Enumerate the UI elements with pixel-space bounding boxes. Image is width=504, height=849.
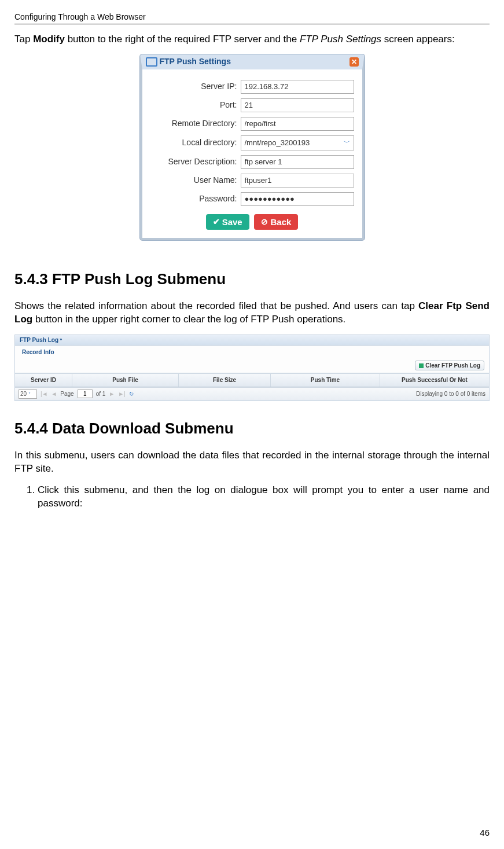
next-page-icon[interactable]: ► xyxy=(109,390,115,398)
ftp-dialog-figure: FTP Push Settings ✕ Server IP: Port: Rem… xyxy=(14,54,490,240)
col-push-file: Push File xyxy=(72,374,179,387)
chevron-down-icon: ˅ xyxy=(28,392,31,397)
ftp-push-log-panel: FTP Push Log » Record Info Clear FTP Pus… xyxy=(14,335,490,401)
back-label: Back xyxy=(270,217,291,227)
of-label: of 1 xyxy=(96,390,106,398)
server-desc-input[interactable] xyxy=(241,155,354,169)
s543-pre: Shows the related information about the … xyxy=(14,300,418,311)
intro-pre: Tap xyxy=(14,34,33,45)
col-push-success: Push Successful Or Not xyxy=(380,374,489,387)
page-size-value: 20 xyxy=(20,391,27,397)
intro-paragraph: Tap Modify button to the right of the re… xyxy=(14,33,490,46)
label-remote-dir: Remote Directory: xyxy=(150,118,241,129)
last-page-icon[interactable]: ►| xyxy=(118,390,126,398)
chevron-right-icon: » xyxy=(60,337,62,343)
close-icon[interactable]: ✕ xyxy=(350,57,359,67)
back-button[interactable]: ⊘ Back xyxy=(254,214,298,230)
label-local-dir: Local directory: xyxy=(150,137,241,148)
record-info-heading: Record Info xyxy=(15,346,489,359)
local-dir-select[interactable]: /mnt/repo_3200193 ﹀ xyxy=(241,135,354,150)
label-port: Port: xyxy=(150,100,241,111)
save-button[interactable]: ✔ Save xyxy=(206,214,249,230)
s543-post: button in the upper right corner to clea… xyxy=(32,314,345,325)
prev-page-icon[interactable]: ◄ xyxy=(51,390,57,398)
clear-icon xyxy=(419,363,424,368)
section-544-list: Click this submenu, and then the log on … xyxy=(32,484,490,510)
save-label: Save xyxy=(222,217,242,227)
pager-status: Displaying 0 to 0 of 0 items xyxy=(416,390,485,398)
col-server-id: Server ID xyxy=(15,374,72,387)
page-label: Page xyxy=(60,390,73,398)
clear-btn-label: Clear FTP Push Log xyxy=(425,362,480,370)
chevron-down-icon: ﹀ xyxy=(344,138,350,147)
log-grid-header: Server ID Push File File Size Push Time … xyxy=(15,373,489,387)
log-tab[interactable]: FTP Push Log » xyxy=(15,335,489,346)
label-server-desc: Server Description: xyxy=(150,156,241,167)
remote-dir-input[interactable] xyxy=(241,117,354,131)
header-left: Configuring Through a Web Browser xyxy=(14,12,146,23)
section-543-heading: 5.4.3 FTP Push Log Submenu xyxy=(14,269,490,289)
check-icon: ✔ xyxy=(213,217,220,226)
local-dir-value: /mnt/repo_3200193 xyxy=(245,138,310,148)
ftp-push-settings-dialog: FTP Push Settings ✕ Server IP: Port: Rem… xyxy=(140,54,365,240)
cancel-icon: ⊘ xyxy=(261,217,268,226)
label-user-name: User Name: xyxy=(150,175,241,186)
col-push-time: Push Time xyxy=(271,374,380,387)
header-rule xyxy=(14,24,490,24)
label-password: Password: xyxy=(150,193,241,204)
refresh-icon[interactable]: ↻ xyxy=(129,390,134,398)
section-544-heading: 5.4.4 Data Download Submenu xyxy=(14,418,490,439)
list-item-1: Click this submenu, and then the log on … xyxy=(38,484,490,510)
intro-mid: button to the right of the required FTP … xyxy=(65,34,300,45)
password-input[interactable] xyxy=(241,192,354,206)
section-543-paragraph: Shows the related information about the … xyxy=(14,300,490,326)
log-tab-label: FTP Push Log xyxy=(20,336,58,344)
user-name-input[interactable] xyxy=(241,174,354,188)
col-file-size: File Size xyxy=(179,374,271,387)
section-544-paragraph: In this submenu, users can download the … xyxy=(14,449,490,476)
page-size-select[interactable]: 20 ˅ xyxy=(19,389,37,399)
intro-bold: Modify xyxy=(33,34,65,45)
dialog-titlebar: FTP Push Settings ✕ xyxy=(142,56,362,68)
pager-bar: 20 ˅ |◄ ◄ Page of 1 ► ►| ↻ Displaying 0 … xyxy=(15,387,489,400)
first-page-icon[interactable]: |◄ xyxy=(41,390,48,398)
page-input[interactable] xyxy=(78,389,93,398)
dialog-title: FTP Push Settings xyxy=(160,56,231,67)
server-ip-input[interactable] xyxy=(241,80,354,94)
port-input[interactable] xyxy=(241,98,354,112)
intro-ital: FTP Push Settings xyxy=(300,34,381,45)
clear-ftp-push-log-button[interactable]: Clear FTP Push Log xyxy=(415,361,484,371)
label-server-ip: Server IP: xyxy=(150,81,241,92)
monitor-icon xyxy=(146,57,157,67)
intro-post: screen appears: xyxy=(381,34,455,45)
